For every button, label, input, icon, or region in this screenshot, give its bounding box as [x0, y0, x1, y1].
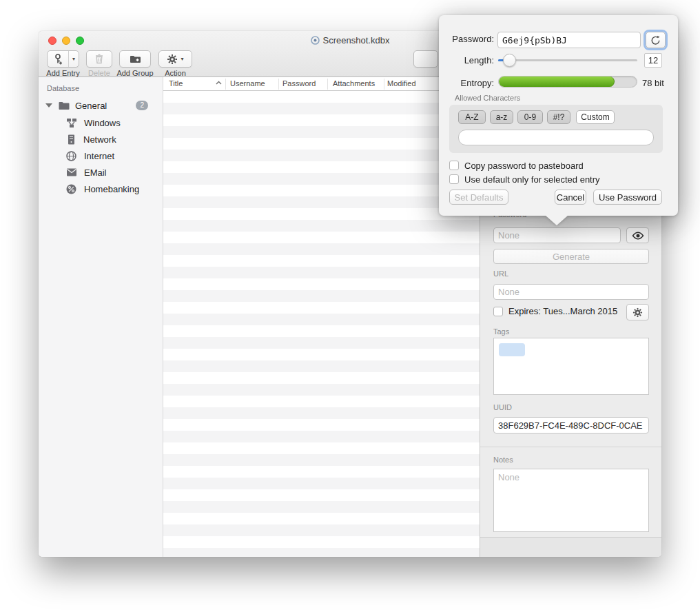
server-icon: [67, 134, 76, 145]
globe-icon: [66, 151, 76, 161]
disclosure-triangle-icon[interactable]: [45, 103, 52, 108]
column-header-modified[interactable]: Modified: [387, 79, 416, 88]
delete-button: [86, 50, 112, 68]
use-password-button[interactable]: Use Password: [593, 190, 662, 205]
sidebar-item-windows[interactable]: Windows: [39, 115, 163, 130]
group-count-badge: 2: [136, 101, 148, 110]
entry-list-empty[interactable]: [163, 91, 480, 557]
folder-plus-icon: [130, 54, 141, 64]
group-label: General: [75, 101, 107, 111]
notes-textarea[interactable]: [493, 469, 649, 532]
sidebar-item-label: EMail: [84, 167, 107, 178]
sidebar-item-label: Homebanking: [84, 184, 139, 194]
entropy-bar: [498, 76, 637, 88]
desktop: Screenshot.kdbx ▾ Add Entry Delete: [0, 0, 700, 612]
action-label: Action: [157, 69, 194, 77]
cancel-button[interactable]: Cancel: [555, 190, 586, 205]
action-button[interactable]: ▾: [158, 50, 192, 68]
sidebar-item-internet[interactable]: Internet: [39, 148, 163, 163]
reveal-password-button[interactable]: [626, 227, 649, 243]
use-default-label: Use default only for selected entry: [464, 174, 600, 185]
gear-icon: [632, 307, 643, 318]
custom-characters-input[interactable]: [458, 130, 654, 145]
regenerate-button[interactable]: [646, 32, 666, 48]
use-default-checkbox[interactable]: [449, 174, 459, 184]
gear-icon: [167, 54, 178, 65]
popover-length-label: Length:: [439, 55, 494, 65]
folder-icon: [59, 101, 70, 110]
document-icon: [311, 36, 320, 45]
popover-password-label: Password:: [439, 34, 494, 44]
sidebar-item-email[interactable]: EMail: [39, 165, 163, 180]
table-header: Title Username Password Attachments Modi…: [163, 77, 480, 91]
allowed-characters-box: A-Z a-z 0-9 #!? Custom: [449, 105, 663, 153]
add-entry-label: Add Entry: [39, 69, 88, 77]
sidebar-item-label: Network: [83, 134, 116, 145]
chevron-down-icon: ▾: [72, 56, 75, 62]
generate-button: Generate: [493, 249, 649, 264]
popover-entropy-label: Entropy:: [439, 78, 494, 88]
add-group-label: Add Group: [114, 69, 156, 77]
sidebar-item-network[interactable]: Network: [39, 132, 163, 147]
notes-section-label: Notes: [493, 456, 513, 464]
key-plus-icon: [48, 54, 68, 65]
entropy-bar-fill: [499, 76, 615, 87]
charset-uppercase-toggle[interactable]: A-Z: [458, 110, 486, 124]
delete-label: Delete: [84, 69, 114, 77]
percent-icon: [66, 184, 76, 194]
chevron-down-icon: ▾: [181, 56, 183, 62]
tags-field[interactable]: [493, 338, 649, 395]
tag-chip[interactable]: [499, 343, 525, 356]
sidebar-item-label: Windows: [84, 118, 121, 128]
column-header-title[interactable]: Title: [169, 79, 183, 88]
generated-password-input[interactable]: [497, 32, 641, 48]
entry-table: Title Username Password Attachments Modi…: [163, 77, 480, 557]
sidebar-group-general[interactable]: General 2: [39, 98, 163, 113]
url-input[interactable]: [493, 284, 649, 300]
toolbar-partial-button[interactable]: [413, 50, 438, 68]
windows-group-icon: [66, 118, 77, 128]
charset-custom-toggle[interactable]: Custom: [576, 110, 615, 124]
column-header-username[interactable]: Username: [230, 79, 265, 88]
inspector-footer: [480, 537, 661, 557]
url-section-label: URL: [493, 269, 508, 278]
sidebar-section-database: Database: [47, 84, 79, 92]
password-input[interactable]: [493, 227, 621, 243]
sidebar-item-label: Internet: [84, 151, 114, 161]
charset-digits-toggle[interactable]: 0-9: [517, 110, 543, 124]
entropy-value: 78 bit: [642, 78, 664, 88]
divider: [480, 447, 661, 447]
popover-arrow: [545, 215, 568, 225]
sort-ascending-icon: [216, 81, 222, 85]
set-defaults-button: Set Defaults: [449, 190, 508, 205]
add-group-button[interactable]: [119, 50, 151, 68]
uuid-field[interactable]: [493, 417, 649, 434]
uuid-section-label: UUID: [493, 403, 512, 411]
password-generator-popover: Password: Length: Entropy: 78 bit Allowe…: [439, 15, 678, 226]
charset-symbols-toggle[interactable]: #!?: [547, 110, 570, 124]
charset-lowercase-toggle[interactable]: a-z: [490, 110, 513, 124]
sidebar-item-homebanking[interactable]: Homebanking: [39, 181, 163, 196]
length-slider-knob[interactable]: [503, 54, 516, 67]
sidebar: Database General 2 Windows Network: [39, 77, 163, 557]
copy-to-pasteboard-label: Copy password to pasteboard: [464, 161, 584, 171]
length-slider[interactable]: [498, 59, 637, 61]
refresh-icon: [650, 35, 661, 45]
column-header-password[interactable]: Password: [282, 79, 316, 88]
expires-label: Expires: Tues...March 2015: [508, 306, 617, 316]
allowed-characters-label: Allowed Characters: [455, 94, 520, 102]
eye-icon: [632, 232, 644, 240]
length-value-input[interactable]: [644, 53, 662, 68]
tags-section-label: Tags: [493, 327, 509, 336]
expires-checkbox[interactable]: [493, 307, 503, 316]
trash-icon: [94, 54, 104, 64]
add-entry-button[interactable]: ▾: [47, 50, 79, 68]
column-header-attachments[interactable]: Attachments: [333, 79, 375, 88]
envelope-icon: [66, 168, 77, 176]
add-entry-dropdown[interactable]: ▾: [68, 51, 79, 67]
copy-to-pasteboard-checkbox[interactable]: [449, 161, 459, 170]
expires-settings-button[interactable]: [626, 304, 649, 320]
